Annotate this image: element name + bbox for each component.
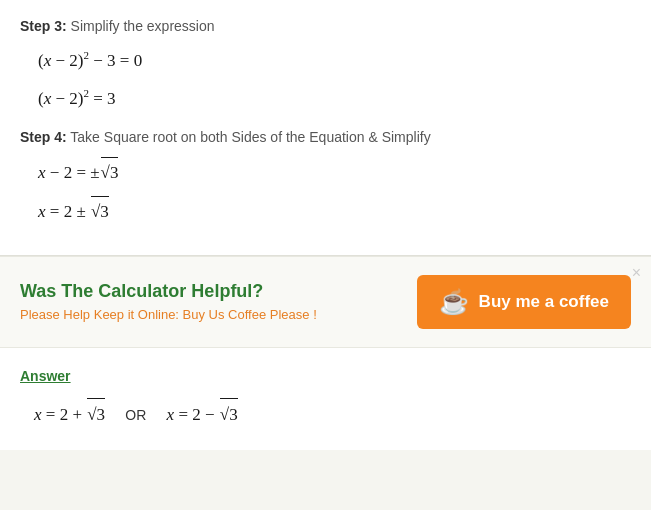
coffee-banner: Was The Calculator Helpful? Please Help … (0, 256, 651, 348)
close-button[interactable]: × (632, 265, 641, 281)
step4-header: Step 4: Take Square root on both Sides o… (20, 129, 631, 145)
step3-line1: (x − 2)2 − 3 = 0 (38, 46, 631, 76)
step3-description: Simplify the expression (71, 18, 215, 34)
step3-header: Step 3: Simplify the expression (20, 18, 631, 34)
coffee-subtext: Please Help Keep it Online: Buy Us Coffe… (20, 307, 317, 322)
buy-coffee-button[interactable]: ☕ Buy me a coffee (417, 275, 631, 329)
step4-label: Step 4: (20, 129, 67, 145)
step4-line1: x − 2 = ±√3 (38, 157, 631, 188)
step4-block: Step 4: Take Square root on both Sides o… (20, 129, 631, 227)
coffee-button-label: Buy me a coffee (479, 292, 609, 312)
step4-line2: x = 2 ± √3 (38, 196, 631, 227)
coffee-headline: Was The Calculator Helpful? (20, 281, 317, 302)
step3-label: Step 3: (20, 18, 67, 34)
or-text: OR (125, 407, 146, 423)
coffee-text-block: Was The Calculator Helpful? Please Help … (20, 281, 317, 322)
step3-block: Step 3: Simplify the expression (x − 2)2… (20, 18, 631, 113)
answer-label: Answer (20, 368, 631, 384)
answer-section: Answer x = 2 + √3 OR x = 2 − √3 (0, 348, 651, 451)
step3-line2: (x − 2)2 = 3 (38, 84, 631, 114)
steps-section: Step 3: Simplify the expression (x − 2)2… (0, 0, 651, 256)
step4-description: Take Square root on both Sides of the Eq… (70, 129, 430, 145)
coffee-cup-icon: ☕ (439, 288, 469, 316)
answer-line: x = 2 + √3 OR x = 2 − √3 (34, 398, 631, 431)
